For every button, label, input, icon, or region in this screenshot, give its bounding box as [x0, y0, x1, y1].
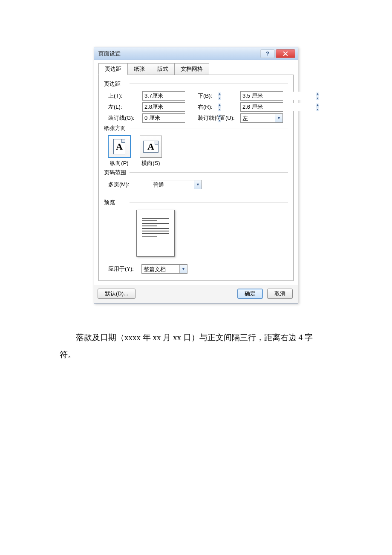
gutter-pos-select[interactable]: 左 ▼ — [240, 113, 283, 123]
portrait-page-icon: A — [113, 139, 125, 154]
gutter-pos-value: 左 — [241, 114, 275, 122]
default-button[interactable]: 默认(D)... — [98, 289, 135, 299]
page-setup-dialog: 页面设置 ? 页边距 纸张 版式 文档网格 页边距 上(T): — [94, 47, 298, 304]
group-page-range: 页码范围 — [104, 169, 288, 176]
dialog-title: 页面设置 — [98, 50, 259, 58]
group-margins: 页边距 — [104, 80, 288, 88]
tab-bar: 页边距 纸张 版式 文档网格 — [98, 63, 294, 75]
close-icon — [283, 51, 288, 56]
landscape-page-icon: A — [143, 141, 159, 153]
tab-paper[interactable]: 纸张 — [128, 63, 151, 75]
ok-button[interactable]: 确定 — [237, 289, 263, 299]
group-orientation: 纸张方向 — [104, 124, 288, 132]
chevron-down-icon[interactable]: ▼ — [275, 114, 282, 122]
spin-down-icon[interactable]: ▼ — [316, 96, 319, 101]
landscape-label: 横向(S) — [141, 159, 160, 167]
bottom-input[interactable] — [241, 92, 316, 100]
chevron-down-icon[interactable]: ▼ — [179, 265, 187, 273]
tab-grid[interactable]: 文档网格 — [175, 63, 209, 75]
right-label: 右(R): — [193, 103, 240, 111]
tab-layout[interactable]: 版式 — [151, 63, 175, 75]
group-page-range-label: 页码范围 — [104, 169, 126, 176]
orientation-landscape[interactable]: A 横向(S) — [140, 136, 162, 167]
bottom-label: 下(B): — [193, 92, 240, 100]
top-spinner[interactable]: ▲▼ — [142, 91, 185, 101]
orientation-portrait[interactable]: A 纵向(P) — [108, 136, 130, 167]
spin-down-icon[interactable]: ▼ — [316, 107, 319, 112]
multi-page-value: 普通 — [151, 180, 194, 189]
bottom-spinner[interactable]: ▲▼ — [240, 91, 283, 101]
portrait-label: 纵向(P) — [110, 159, 128, 167]
gutter-spinner[interactable]: ▲▼ — [142, 113, 185, 123]
group-preview-label: 预览 — [104, 199, 115, 205]
right-input[interactable] — [241, 103, 316, 111]
title-bar[interactable]: 页面设置 ? — [94, 47, 298, 60]
dialog-footer: 默认(D)... 确定 取消 — [94, 285, 298, 303]
multi-page-select[interactable]: 普通 ▼ — [151, 180, 202, 189]
tab-margins[interactable]: 页边距 — [98, 63, 128, 75]
left-spinner[interactable]: ▲▼ — [142, 102, 185, 112]
group-preview: 预览 — [104, 199, 288, 206]
top-label: 上(T): — [104, 92, 142, 100]
spin-up-icon[interactable]: ▲ — [316, 103, 319, 107]
apply-to-value: 整篇文档 — [142, 265, 179, 273]
apply-to-select[interactable]: 整篇文档 ▼ — [141, 264, 187, 274]
gutter-pos-label: 装订线位置(U): — [193, 114, 240, 122]
cancel-button[interactable]: 取消 — [267, 289, 293, 299]
document-paragraph: 落款及日期（xxxx 年 xx 月 xx 日）与正文间隔三行，距离右边 4 字符… — [60, 329, 315, 363]
group-orientation-label: 纸张方向 — [104, 125, 126, 131]
left-label: 左(L): — [104, 103, 142, 111]
group-margins-label: 页边距 — [104, 81, 121, 87]
apply-to-label: 应用于(Y): — [104, 265, 141, 273]
preview-thumbnail — [136, 210, 175, 257]
right-spinner[interactable]: ▲▼ — [240, 102, 283, 112]
help-button[interactable]: ? — [260, 49, 275, 58]
spin-up-icon[interactable]: ▲ — [316, 92, 319, 96]
close-button[interactable] — [276, 49, 295, 58]
multi-page-label: 多页(M): — [104, 181, 151, 188]
chevron-down-icon[interactable]: ▼ — [194, 180, 202, 189]
tab-panel: 页边距 上(T): ▲▼ 下(B): ▲▼ — [98, 75, 294, 281]
gutter-label: 装订线(G): — [104, 114, 142, 122]
